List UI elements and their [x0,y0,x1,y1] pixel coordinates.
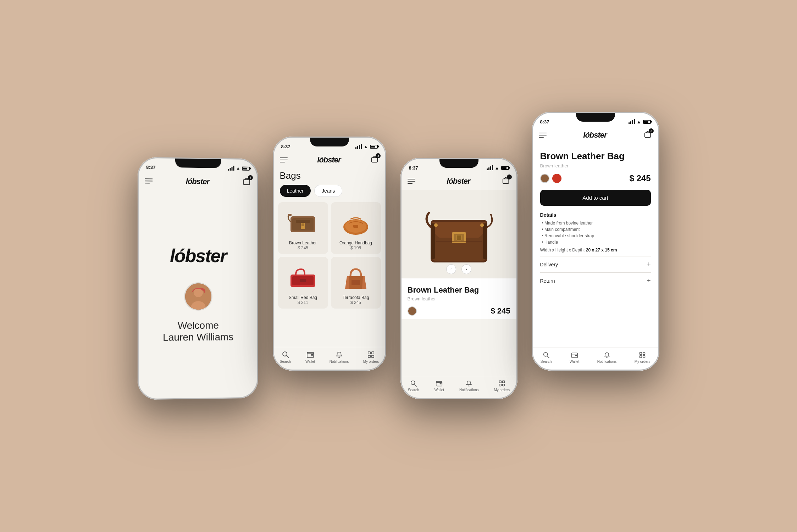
filter-jeans[interactable]: Jeans [314,185,342,197]
svg-rect-62 [643,356,645,358]
product-brown-leather[interactable]: Brown Leather $ 245 [278,202,328,254]
scene: 8:37 ▲ [138,112,659,420]
detail-1: • Made from bovine leather [540,221,651,226]
signal-2 [355,144,362,149]
cart-badge-1: 3 [248,175,253,180]
hamburger-icon-4[interactable] [539,133,547,138]
add-to-cart-btn[interactable]: Add to cart [540,190,651,206]
svg-rect-28 [372,355,374,358]
nav-wallet-4[interactable]: Wallet [570,351,579,364]
delivery-label: Delivery [540,262,558,267]
app-header-4: lóbster 3 [532,127,659,144]
nav-wallet-2[interactable]: Wallet [305,351,315,364]
signal-4 [629,119,635,124]
cart-icon-1[interactable]: 3 [242,177,251,188]
time-1: 8:37 [146,164,155,170]
wifi-icon-1: ▲ [236,166,240,171]
product-orange-handbag[interactable]: Orange Handbag $ 198 [331,202,381,254]
cart-icon-3[interactable]: 3 [502,176,510,186]
svg-point-52 [543,353,547,356]
notch-4 [576,112,615,122]
product-price-1: $ 245 [298,245,308,250]
status-icons-3: ▲ [487,165,509,171]
product-name-1: Brown Leather [289,240,317,245]
color-options-3 [408,306,417,316]
time-2: 8:37 [281,144,290,149]
nav-search-2[interactable]: Search [280,351,291,364]
svg-rect-35 [436,241,482,242]
nav-notifications-4[interactable]: Notifications [597,351,616,364]
color-brown-3[interactable] [408,306,417,316]
nav-notifications-2[interactable]: Notifications [330,351,349,364]
product-price-4: $ 245 [350,300,361,305]
svg-rect-50 [502,384,504,386]
hamburger-icon-1[interactable] [145,178,153,183]
svg-rect-49 [499,384,501,386]
svg-rect-25 [368,352,370,354]
product-hero-3: ‹ › [400,190,518,278]
filter-tabs: Leather Jeans [273,185,386,202]
phone-product-sm: 8:37 ▲ [400,158,518,399]
bottom-nav-4: Search Wallet Notifications My orders [532,348,659,371]
details-title-4: Details [540,212,651,218]
nav-orders-4[interactable]: My orders [635,351,650,364]
battery-icon-1 [242,166,250,170]
bags-title: Bags [273,168,386,185]
nav-wallet-3[interactable]: Wallet [435,380,444,392]
svg-rect-13 [353,225,358,228]
delivery-accordion[interactable]: Delivery + [540,256,651,272]
color-price-row-4: $ 245 [540,173,651,183]
next-arrow-3[interactable]: › [461,264,471,274]
color-price-row-3: $ 245 [408,306,510,316]
notch [175,157,221,168]
svg-rect-0 [243,180,250,185]
cart-icon-4[interactable]: 3 [643,130,652,140]
phone-bags: 8:37 ▲ [273,137,386,371]
logo-1: lóbster [186,177,209,187]
dimensions: Width x Height x Depth: 20 x 27 x 15 cm [540,248,651,253]
notch-3 [439,158,478,168]
svg-rect-10 [288,214,292,216]
nav-search-4[interactable]: Search [541,351,552,364]
svg-rect-29 [503,179,509,183]
hamburger-icon-2[interactable] [280,157,288,162]
color-red-4[interactable] [552,174,561,183]
details-section-4: Details • Made from bovine leather • Mai… [540,212,651,253]
nav-orders-2[interactable]: My orders [363,351,379,364]
product-title-4: Brown Leather Bag [540,151,651,162]
return-accordion[interactable]: Return + [540,272,651,289]
products-grid: Brown Leather $ 245 [273,202,386,309]
welcome-logo: lóbster [170,245,226,266]
color-brown-4[interactable] [540,174,549,183]
status-icons-2: ▲ [355,144,378,149]
wifi-icon-3: ▲ [495,165,499,171]
app-header-2: lóbster 3 [273,152,386,168]
product-subtitle-3: Brown leather [408,296,510,301]
cart-icon-2[interactable]: 3 [370,155,379,165]
app-header-3: lóbster 3 [400,173,518,190]
bottom-nav-3: Search Wallet Notifications My orders [400,376,518,399]
svg-rect-4 [372,157,378,162]
product-title-3: Brown Leather Bag [408,286,510,295]
bag-illustration-3 [420,199,498,270]
return-label: Return [540,278,555,284]
nav-notifications-3[interactable]: Notifications [459,380,478,392]
battery-icon-2 [370,145,378,149]
svg-rect-36 [431,223,435,259]
svg-rect-9 [301,223,304,226]
filter-leather[interactable]: Leather [280,185,311,197]
welcome-greeting: Welcome [163,320,233,332]
product-detail-content-4: Brown Leather Bag Brown leather $ 245 Ad… [532,144,659,345]
nav-orders-3[interactable]: My orders [494,380,510,392]
hamburger-icon-3[interactable] [408,179,415,184]
nav-search-3[interactable]: Search [408,380,419,392]
svg-line-41 [415,384,416,386]
product-red-bag[interactable]: Small Red Bag $ 211 [278,257,328,309]
prev-arrow-3[interactable]: ‹ [446,264,456,274]
status-icons-4: ▲ [629,119,651,124]
svg-rect-59 [640,353,642,355]
product-terracota-bag[interactable]: Terracota Bag $ 245 [331,257,381,309]
svg-rect-7 [296,220,310,223]
svg-rect-16 [300,279,306,282]
wifi-icon-2: ▲ [364,144,368,149]
